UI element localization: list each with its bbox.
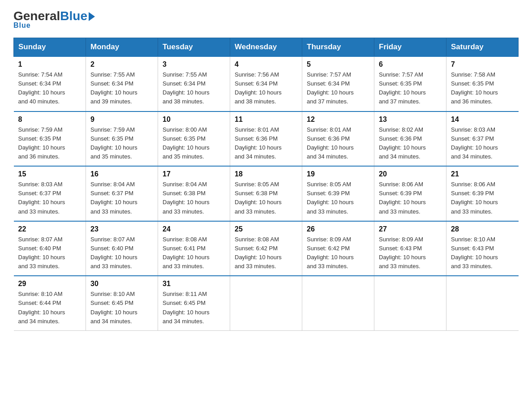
- calendar-cell: 10Sunrise: 8:00 AMSunset: 6:35 PMDayligh…: [158, 111, 230, 167]
- day-number: 27: [379, 225, 442, 233]
- day-number: 26: [307, 225, 369, 233]
- calendar-week-row: 1Sunrise: 7:54 AMSunset: 6:34 PMDaylight…: [14, 56, 519, 111]
- logo-blue-text: Blue: [60, 9, 87, 23]
- calendar-week-row: 29Sunrise: 8:10 AMSunset: 6:44 PMDayligh…: [14, 276, 519, 330]
- calendar-header-row: SundayMondayTuesdayWednesdayThursdayFrid…: [14, 38, 519, 57]
- day-info: Sunrise: 8:04 AMSunset: 6:38 PMDaylight:…: [163, 180, 225, 216]
- calendar-cell: 14Sunrise: 8:03 AMSunset: 6:37 PMDayligh…: [446, 111, 519, 167]
- day-info: Sunrise: 8:08 AMSunset: 6:42 PMDaylight:…: [235, 235, 297, 271]
- calendar-cell: 29Sunrise: 8:10 AMSunset: 6:44 PMDayligh…: [14, 276, 86, 330]
- day-info: Sunrise: 8:03 AMSunset: 6:37 PMDaylight:…: [451, 125, 514, 162]
- day-info: Sunrise: 8:07 AMSunset: 6:40 PMDaylight:…: [18, 235, 82, 271]
- calendar-cell: 20Sunrise: 8:06 AMSunset: 6:39 PMDayligh…: [374, 166, 446, 221]
- calendar-cell: 12Sunrise: 8:01 AMSunset: 6:36 PMDayligh…: [302, 111, 374, 167]
- logo-underline: Blue: [13, 21, 31, 30]
- day-number: 31: [163, 280, 225, 288]
- calendar-header-saturday: Saturday: [446, 38, 519, 57]
- calendar-header-tuesday: Tuesday: [158, 38, 230, 57]
- day-number: 8: [18, 116, 82, 124]
- day-number: 20: [379, 170, 442, 178]
- day-info: Sunrise: 7:58 AMSunset: 6:35 PMDaylight:…: [451, 70, 514, 107]
- day-info: Sunrise: 8:10 AMSunset: 6:44 PMDaylight:…: [18, 290, 82, 326]
- calendar-cell: [230, 276, 302, 330]
- day-number: 11: [235, 116, 297, 124]
- day-info: Sunrise: 8:05 AMSunset: 6:38 PMDaylight:…: [235, 180, 297, 216]
- day-number: 15: [18, 170, 82, 178]
- day-info: Sunrise: 7:59 AMSunset: 6:35 PMDaylight:…: [90, 125, 153, 162]
- calendar-week-row: 22Sunrise: 8:07 AMSunset: 6:40 PMDayligh…: [14, 221, 519, 276]
- calendar-cell: 30Sunrise: 8:10 AMSunset: 6:45 PMDayligh…: [86, 276, 158, 330]
- calendar-cell: 28Sunrise: 8:10 AMSunset: 6:43 PMDayligh…: [446, 221, 519, 276]
- calendar-week-row: 15Sunrise: 8:03 AMSunset: 6:37 PMDayligh…: [14, 166, 519, 221]
- calendar-header-thursday: Thursday: [302, 38, 374, 57]
- calendar-cell: 11Sunrise: 8:01 AMSunset: 6:36 PMDayligh…: [230, 111, 302, 167]
- day-number: 22: [18, 225, 82, 233]
- day-number: 25: [235, 225, 297, 233]
- day-info: Sunrise: 8:09 AMSunset: 6:43 PMDaylight:…: [379, 235, 442, 271]
- day-number: 30: [90, 280, 153, 288]
- day-number: 29: [18, 280, 82, 288]
- calendar-cell: 2Sunrise: 7:55 AMSunset: 6:34 PMDaylight…: [86, 56, 158, 111]
- day-number: 23: [90, 225, 153, 233]
- day-info: Sunrise: 8:01 AMSunset: 6:36 PMDaylight:…: [307, 125, 369, 162]
- calendar-cell: 22Sunrise: 8:07 AMSunset: 6:40 PMDayligh…: [14, 221, 86, 276]
- calendar-cell: 9Sunrise: 7:59 AMSunset: 6:35 PMDaylight…: [86, 111, 158, 167]
- day-info: Sunrise: 7:57 AMSunset: 6:35 PMDaylight:…: [379, 70, 442, 107]
- day-info: Sunrise: 8:09 AMSunset: 6:42 PMDaylight:…: [307, 235, 369, 271]
- calendar-cell: 16Sunrise: 8:04 AMSunset: 6:37 PMDayligh…: [86, 166, 158, 221]
- day-info: Sunrise: 8:07 AMSunset: 6:40 PMDaylight:…: [90, 235, 153, 271]
- calendar-cell: 15Sunrise: 8:03 AMSunset: 6:37 PMDayligh…: [14, 166, 86, 221]
- logo-blue-part: Blue: [60, 9, 95, 23]
- calendar-cell: 6Sunrise: 7:57 AMSunset: 6:35 PMDaylight…: [374, 56, 446, 111]
- day-number: 28: [451, 225, 514, 233]
- logo: General Blue Blue: [13, 9, 95, 30]
- day-number: 19: [307, 170, 369, 178]
- day-number: 13: [379, 116, 442, 124]
- day-info: Sunrise: 8:00 AMSunset: 6:35 PMDaylight:…: [163, 125, 225, 162]
- day-info: Sunrise: 7:55 AMSunset: 6:34 PMDaylight:…: [163, 70, 225, 107]
- day-info: Sunrise: 8:02 AMSunset: 6:36 PMDaylight:…: [379, 125, 442, 162]
- calendar-cell: 7Sunrise: 7:58 AMSunset: 6:35 PMDaylight…: [446, 56, 519, 111]
- day-number: 7: [451, 60, 514, 68]
- calendar-cell: [302, 276, 374, 330]
- calendar-cell: 24Sunrise: 8:08 AMSunset: 6:41 PMDayligh…: [158, 221, 230, 276]
- calendar-week-row: 8Sunrise: 7:59 AMSunset: 6:35 PMDaylight…: [14, 111, 519, 167]
- day-number: 14: [451, 116, 514, 124]
- day-info: Sunrise: 8:10 AMSunset: 6:43 PMDaylight:…: [451, 235, 514, 271]
- calendar-cell: 23Sunrise: 8:07 AMSunset: 6:40 PMDayligh…: [86, 221, 158, 276]
- day-number: 2: [90, 60, 153, 68]
- day-info: Sunrise: 8:03 AMSunset: 6:37 PMDaylight:…: [18, 180, 82, 216]
- day-number: 5: [307, 60, 369, 68]
- calendar-cell: [446, 276, 519, 330]
- calendar-cell: 26Sunrise: 8:09 AMSunset: 6:42 PMDayligh…: [302, 221, 374, 276]
- day-info: Sunrise: 8:06 AMSunset: 6:39 PMDaylight:…: [451, 180, 514, 216]
- day-number: 10: [163, 116, 225, 124]
- day-info: Sunrise: 8:05 AMSunset: 6:39 PMDaylight:…: [307, 180, 369, 216]
- calendar-cell: 25Sunrise: 8:08 AMSunset: 6:42 PMDayligh…: [230, 221, 302, 276]
- day-number: 4: [235, 60, 297, 68]
- day-number: 21: [451, 170, 514, 178]
- calendar-cell: 31Sunrise: 8:11 AMSunset: 6:45 PMDayligh…: [158, 276, 230, 330]
- calendar-cell: 8Sunrise: 7:59 AMSunset: 6:35 PMDaylight…: [14, 111, 86, 167]
- calendar-cell: 1Sunrise: 7:54 AMSunset: 6:34 PMDaylight…: [14, 56, 86, 111]
- day-info: Sunrise: 7:57 AMSunset: 6:34 PMDaylight:…: [307, 70, 369, 107]
- calendar-cell: 21Sunrise: 8:06 AMSunset: 6:39 PMDayligh…: [446, 166, 519, 221]
- day-number: 12: [307, 116, 369, 124]
- day-info: Sunrise: 8:08 AMSunset: 6:41 PMDaylight:…: [163, 235, 225, 271]
- calendar-header-monday: Monday: [86, 38, 158, 57]
- day-number: 24: [163, 225, 225, 233]
- calendar-header-sunday: Sunday: [14, 38, 86, 57]
- calendar-header-wednesday: Wednesday: [230, 38, 302, 57]
- calendar-cell: 4Sunrise: 7:56 AMSunset: 6:34 PMDaylight…: [230, 56, 302, 111]
- day-info: Sunrise: 7:56 AMSunset: 6:34 PMDaylight:…: [235, 70, 297, 107]
- day-info: Sunrise: 7:55 AMSunset: 6:34 PMDaylight:…: [90, 70, 153, 107]
- day-number: 17: [163, 170, 225, 178]
- day-number: 9: [90, 116, 153, 124]
- day-number: 16: [90, 170, 153, 178]
- calendar-header-friday: Friday: [374, 38, 446, 57]
- calendar-cell: 3Sunrise: 7:55 AMSunset: 6:34 PMDaylight…: [158, 56, 230, 111]
- day-number: 18: [235, 170, 297, 178]
- calendar-table: SundayMondayTuesdayWednesdayThursdayFrid…: [13, 38, 519, 331]
- day-number: 6: [379, 60, 442, 68]
- day-info: Sunrise: 8:11 AMSunset: 6:45 PMDaylight:…: [163, 290, 225, 326]
